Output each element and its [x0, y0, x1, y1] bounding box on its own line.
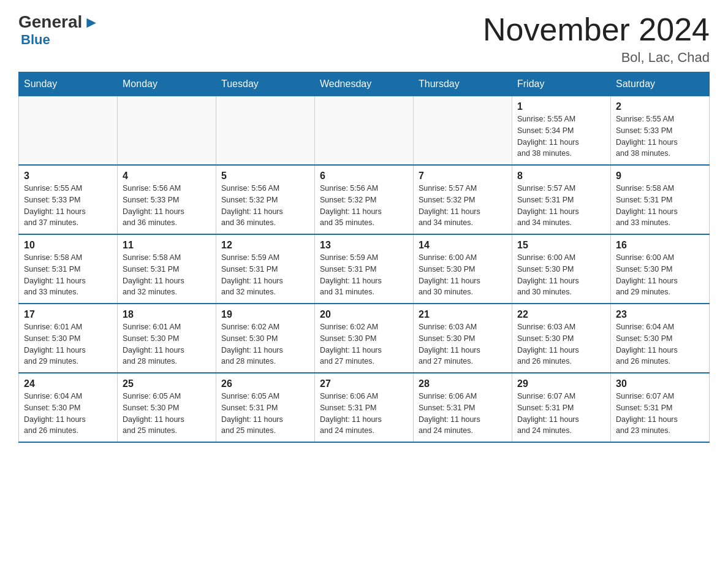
- title-area: November 2024 Bol, Lac, Chad: [483, 12, 710, 66]
- day-info: Sunrise: 5:56 AMSunset: 5:32 PMDaylight:…: [221, 183, 309, 229]
- day-number: 27: [320, 378, 408, 389]
- day-cell: 21Sunrise: 6:03 AMSunset: 5:30 PMDayligh…: [414, 304, 512, 373]
- day-cell: 17Sunrise: 6:01 AMSunset: 5:30 PMDayligh…: [19, 304, 118, 373]
- day-cell: 12Sunrise: 5:59 AMSunset: 5:31 PMDayligh…: [216, 234, 315, 304]
- day-number: 17: [24, 309, 112, 320]
- header-cell-monday: Monday: [118, 72, 216, 96]
- day-info: Sunrise: 6:03 AMSunset: 5:30 PMDaylight:…: [517, 321, 605, 367]
- day-cell: [216, 96, 315, 166]
- header-cell-tuesday: Tuesday: [216, 72, 315, 96]
- day-cell: [414, 96, 512, 166]
- day-info: Sunrise: 6:01 AMSunset: 5:30 PMDaylight:…: [24, 321, 112, 367]
- day-cell: 19Sunrise: 6:02 AMSunset: 5:30 PMDayligh…: [216, 304, 315, 373]
- header-cell-friday: Friday: [512, 72, 611, 96]
- day-cell: 18Sunrise: 6:01 AMSunset: 5:30 PMDayligh…: [118, 304, 216, 373]
- day-number: 11: [123, 240, 211, 251]
- day-info: Sunrise: 5:56 AMSunset: 5:33 PMDaylight:…: [123, 183, 211, 229]
- day-info: Sunrise: 5:59 AMSunset: 5:31 PMDaylight:…: [221, 252, 309, 298]
- header: General ► Blue November 2024 Bol, Lac, C…: [18, 12, 710, 66]
- day-info: Sunrise: 5:59 AMSunset: 5:31 PMDaylight:…: [320, 252, 408, 298]
- day-number: 21: [419, 309, 507, 320]
- day-number: 23: [616, 309, 704, 320]
- day-number: 26: [221, 378, 309, 389]
- day-info: Sunrise: 5:58 AMSunset: 5:31 PMDaylight:…: [123, 252, 211, 298]
- day-number: 28: [419, 378, 507, 389]
- week-row-3: 17Sunrise: 6:01 AMSunset: 5:30 PMDayligh…: [19, 304, 710, 373]
- logo: General ► Blue: [18, 12, 99, 48]
- day-cell: 5Sunrise: 5:56 AMSunset: 5:32 PMDaylight…: [216, 165, 315, 234]
- day-info: Sunrise: 6:06 AMSunset: 5:31 PMDaylight:…: [320, 391, 408, 437]
- day-cell: 15Sunrise: 6:00 AMSunset: 5:30 PMDayligh…: [512, 234, 611, 304]
- day-info: Sunrise: 6:04 AMSunset: 5:30 PMDaylight:…: [24, 391, 112, 437]
- day-cell: 24Sunrise: 6:04 AMSunset: 5:30 PMDayligh…: [19, 373, 118, 442]
- day-info: Sunrise: 6:07 AMSunset: 5:31 PMDaylight:…: [616, 391, 704, 437]
- day-cell: 10Sunrise: 5:58 AMSunset: 5:31 PMDayligh…: [19, 234, 118, 304]
- header-cell-saturday: Saturday: [611, 72, 710, 96]
- day-cell: 1Sunrise: 5:55 AMSunset: 5:34 PMDaylight…: [512, 96, 611, 166]
- day-info: Sunrise: 6:03 AMSunset: 5:30 PMDaylight:…: [419, 321, 507, 367]
- day-number: 2: [616, 101, 704, 112]
- week-row-2: 10Sunrise: 5:58 AMSunset: 5:31 PMDayligh…: [19, 234, 710, 304]
- day-cell: 16Sunrise: 6:00 AMSunset: 5:30 PMDayligh…: [611, 234, 710, 304]
- day-cell: 11Sunrise: 5:58 AMSunset: 5:31 PMDayligh…: [118, 234, 216, 304]
- day-cell: 23Sunrise: 6:04 AMSunset: 5:30 PMDayligh…: [611, 304, 710, 373]
- day-number: 24: [24, 378, 112, 389]
- day-number: 20: [320, 309, 408, 320]
- day-info: Sunrise: 5:55 AMSunset: 5:34 PMDaylight:…: [517, 113, 605, 159]
- day-cell: 8Sunrise: 5:57 AMSunset: 5:31 PMDaylight…: [512, 165, 611, 234]
- day-cell: 2Sunrise: 5:55 AMSunset: 5:33 PMDaylight…: [611, 96, 710, 166]
- day-cell: 13Sunrise: 5:59 AMSunset: 5:31 PMDayligh…: [315, 234, 414, 304]
- day-info: Sunrise: 6:07 AMSunset: 5:31 PMDaylight:…: [517, 391, 605, 437]
- day-info: Sunrise: 5:55 AMSunset: 5:33 PMDaylight:…: [616, 113, 704, 159]
- day-number: 18: [123, 309, 211, 320]
- day-cell: 29Sunrise: 6:07 AMSunset: 5:31 PMDayligh…: [512, 373, 611, 442]
- day-number: 30: [616, 378, 704, 389]
- day-number: 8: [517, 170, 605, 182]
- day-info: Sunrise: 5:56 AMSunset: 5:32 PMDaylight:…: [320, 183, 408, 229]
- day-number: 22: [517, 309, 605, 320]
- day-info: Sunrise: 6:05 AMSunset: 5:31 PMDaylight:…: [221, 391, 309, 437]
- day-number: 25: [123, 378, 211, 389]
- day-cell: 6Sunrise: 5:56 AMSunset: 5:32 PMDaylight…: [315, 165, 414, 234]
- header-cell-thursday: Thursday: [414, 72, 512, 96]
- day-number: 7: [419, 170, 507, 182]
- day-number: 16: [616, 240, 704, 251]
- day-info: Sunrise: 6:05 AMSunset: 5:30 PMDaylight:…: [123, 391, 211, 437]
- header-cell-sunday: Sunday: [19, 72, 118, 96]
- day-number: 9: [616, 170, 704, 182]
- day-cell: 25Sunrise: 6:05 AMSunset: 5:30 PMDayligh…: [118, 373, 216, 442]
- day-cell: [118, 96, 216, 166]
- day-info: Sunrise: 6:02 AMSunset: 5:30 PMDaylight:…: [221, 321, 309, 367]
- day-cell: [315, 96, 414, 166]
- day-number: 29: [517, 378, 605, 389]
- day-info: Sunrise: 5:57 AMSunset: 5:31 PMDaylight:…: [517, 183, 605, 229]
- day-info: Sunrise: 5:57 AMSunset: 5:32 PMDaylight:…: [419, 183, 507, 229]
- day-number: 3: [24, 170, 112, 182]
- day-info: Sunrise: 6:00 AMSunset: 5:30 PMDaylight:…: [616, 252, 704, 298]
- day-number: 5: [221, 170, 309, 182]
- logo-arrow-icon: ►: [83, 13, 99, 32]
- day-number: 1: [517, 101, 605, 112]
- day-number: 13: [320, 240, 408, 251]
- day-info: Sunrise: 6:00 AMSunset: 5:30 PMDaylight:…: [419, 252, 507, 298]
- day-cell: 28Sunrise: 6:06 AMSunset: 5:31 PMDayligh…: [414, 373, 512, 442]
- day-info: Sunrise: 6:04 AMSunset: 5:30 PMDaylight:…: [616, 321, 704, 367]
- calendar-title: November 2024: [483, 12, 710, 47]
- day-cell: 30Sunrise: 6:07 AMSunset: 5:31 PMDayligh…: [611, 373, 710, 442]
- day-number: 14: [419, 240, 507, 251]
- day-number: 6: [320, 170, 408, 182]
- day-cell: [19, 96, 118, 166]
- day-cell: 20Sunrise: 6:02 AMSunset: 5:30 PMDayligh…: [315, 304, 414, 373]
- day-info: Sunrise: 6:00 AMSunset: 5:30 PMDaylight:…: [517, 252, 605, 298]
- day-number: 4: [123, 170, 211, 182]
- header-cell-wednesday: Wednesday: [315, 72, 414, 96]
- day-info: Sunrise: 5:55 AMSunset: 5:33 PMDaylight:…: [24, 183, 112, 229]
- logo-blue-text: Blue: [21, 32, 50, 48]
- day-number: 10: [24, 240, 112, 251]
- calendar-table: SundayMondayTuesdayWednesdayThursdayFrid…: [18, 72, 710, 443]
- day-info: Sunrise: 5:58 AMSunset: 5:31 PMDaylight:…: [24, 252, 112, 298]
- day-info: Sunrise: 6:01 AMSunset: 5:30 PMDaylight:…: [123, 321, 211, 367]
- day-info: Sunrise: 6:02 AMSunset: 5:30 PMDaylight:…: [320, 321, 408, 367]
- day-number: 15: [517, 240, 605, 251]
- day-cell: 9Sunrise: 5:58 AMSunset: 5:31 PMDaylight…: [611, 165, 710, 234]
